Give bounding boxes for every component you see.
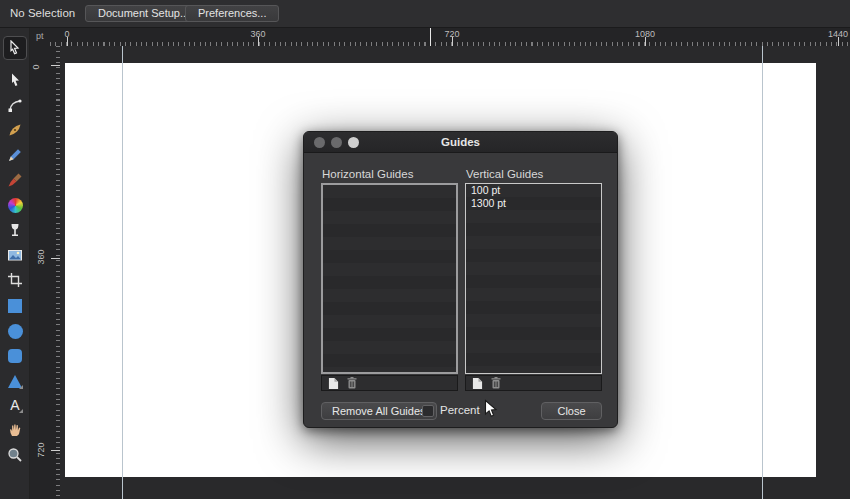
move-tool[interactable] — [3, 36, 27, 60]
wine-glass-icon — [7, 222, 23, 238]
vertical-guide-100pt[interactable] — [122, 28, 123, 499]
corner-curve-icon — [7, 97, 23, 113]
pen-tool[interactable] — [5, 120, 25, 140]
v-ruler-ticks — [56, 46, 60, 499]
pencil-tool[interactable] — [5, 145, 25, 165]
magnifier-icon — [7, 447, 23, 463]
rectangle-icon — [8, 299, 22, 313]
guide-list-item[interactable]: 100 pt — [466, 184, 601, 197]
guide-list-item[interactable]: 1300 pt — [466, 197, 601, 210]
horizontal-guides-label: Horizontal Guides — [322, 168, 413, 180]
percent-checkbox[interactable] — [422, 405, 434, 417]
rectangle-tool[interactable] — [5, 296, 25, 316]
text-tool[interactable]: A — [5, 395, 25, 415]
photo-icon — [7, 247, 23, 263]
place-image-tool[interactable] — [5, 245, 25, 265]
h-ruler-major-tick — [645, 37, 646, 46]
vertical-guides-label: Vertical Guides — [466, 168, 543, 180]
vertical-list-footer — [465, 375, 602, 391]
selection-status: No Selection — [10, 7, 75, 19]
pen-nib-icon — [7, 122, 23, 138]
v-ruler-label-720: 720 — [36, 442, 46, 457]
ruler-cursor-position-indicator — [430, 28, 431, 46]
horizontal-list-footer — [321, 375, 458, 391]
vertical-ruler[interactable]: 0 360 720 — [30, 46, 60, 499]
hand-icon — [7, 422, 23, 438]
color-wheel-icon — [8, 198, 23, 213]
v-ruler-major-tick — [51, 450, 60, 451]
rounded-rectangle-tool[interactable] — [5, 346, 25, 366]
h-ruler-major-tick — [452, 37, 453, 46]
flyout-arrow-icon — [19, 385, 23, 389]
percent-checkbox-label: Percent — [440, 404, 480, 416]
context-toolbar: No Selection Document Setup... Preferenc… — [0, 0, 850, 28]
remove-all-guides-button[interactable]: Remove All Guides — [321, 402, 437, 420]
v-ruler-label-0: 0 — [31, 64, 41, 69]
horizontal-guides-list[interactable] — [321, 183, 458, 374]
h-ruler-ticks — [50, 42, 850, 46]
brush-icon — [7, 172, 23, 188]
vector-crop-tool[interactable] — [5, 270, 25, 290]
mouse-cursor-icon — [484, 399, 498, 423]
v-ruler-major-tick — [51, 258, 60, 259]
dialog-titlebar[interactable]: Guides — [304, 132, 617, 153]
view-hand-tool[interactable] — [5, 420, 25, 440]
dialog-title: Guides — [304, 136, 617, 148]
add-guide-icon[interactable] — [472, 377, 483, 390]
rounded-rectangle-icon — [8, 349, 22, 363]
node-tool[interactable] — [5, 70, 25, 90]
ellipse-icon — [8, 324, 23, 339]
flyout-arrow-icon — [19, 409, 23, 413]
ellipse-tool[interactable] — [5, 321, 25, 341]
fill-tool[interactable] — [5, 195, 25, 215]
vertical-guide-1300pt[interactable] — [762, 28, 763, 499]
tools-panel: A — [0, 28, 30, 499]
zoom-tool[interactable] — [5, 445, 25, 465]
v-ruler-major-tick — [51, 65, 60, 66]
h-ruler-major-tick — [67, 37, 68, 46]
delete-guide-icon[interactable] — [491, 377, 501, 389]
move-cursor-icon — [7, 40, 23, 56]
guides-dialog: Guides Horizontal Guides Vertical Guides… — [303, 131, 618, 428]
delete-guide-icon[interactable] — [347, 377, 357, 389]
h-ruler-major-tick — [258, 37, 259, 46]
horizontal-ruler[interactable]: 0 360 720 1080 1440 — [50, 28, 850, 46]
triangle-tool[interactable] — [5, 371, 25, 391]
preferences-button[interactable]: Preferences... — [185, 5, 279, 22]
node-arrow-icon — [7, 72, 23, 88]
crop-icon — [7, 272, 23, 288]
h-ruler-major-tick — [838, 37, 839, 46]
close-button[interactable]: Close — [541, 402, 602, 420]
ruler-unit-label: pt — [30, 28, 50, 46]
vertical-guides-list[interactable]: 100 pt 1300 pt — [465, 183, 602, 374]
transparency-tool[interactable] — [5, 220, 25, 240]
vector-brush-tool[interactable] — [5, 170, 25, 190]
v-ruler-label-360: 360 — [36, 249, 46, 264]
pencil-icon — [7, 147, 23, 163]
corner-tool[interactable] — [5, 95, 25, 115]
add-guide-icon[interactable] — [328, 377, 339, 390]
